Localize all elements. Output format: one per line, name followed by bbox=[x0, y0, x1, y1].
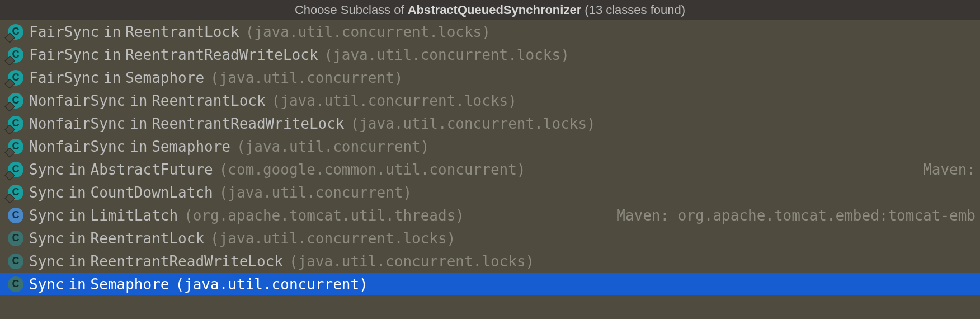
class-list-item[interactable]: CNonfairSyncinReentrantReadWriteLock(jav… bbox=[0, 112, 980, 135]
in-keyword: in bbox=[130, 92, 147, 109]
class-list-item[interactable]: CFairSyncinReentrantLock(java.util.concu… bbox=[0, 20, 980, 43]
enclosing-class: ReentrantReadWriteLock bbox=[91, 253, 283, 270]
enclosing-class: Semaphore bbox=[152, 138, 230, 155]
class-icon: C bbox=[8, 162, 23, 177]
class-label: SyncinReentrantReadWriteLock(java.util.c… bbox=[29, 253, 534, 270]
class-label: SyncinCountDownLatch(java.util.concurren… bbox=[29, 184, 412, 201]
in-keyword: in bbox=[68, 230, 86, 247]
enclosing-class: AbstractFuture bbox=[91, 161, 213, 178]
source-location: Maven: bbox=[912, 161, 976, 178]
class-list-item[interactable]: CSyncinCountDownLatch(java.util.concurre… bbox=[0, 181, 980, 204]
class-list-item[interactable]: CSyncinReentrantReadWriteLock(java.util.… bbox=[0, 250, 980, 273]
class-name: FairSync bbox=[29, 46, 99, 63]
enclosing-class: CountDownLatch bbox=[91, 184, 213, 201]
class-label: NonfairSyncinSemaphore(java.util.concurr… bbox=[29, 138, 429, 155]
class-label: SyncinLimitLatch(org.apache.tomcat.util.… bbox=[29, 207, 464, 224]
in-keyword: in bbox=[103, 46, 121, 63]
class-icon: C bbox=[8, 70, 23, 86]
in-keyword: in bbox=[103, 24, 121, 40]
in-keyword: in bbox=[130, 138, 147, 155]
class-name: Sync bbox=[29, 230, 64, 247]
package-name: (java.util.concurrent.locks) bbox=[324, 46, 569, 63]
class-icon: C bbox=[8, 93, 23, 109]
class-icon: C bbox=[8, 208, 23, 223]
class-icon: C bbox=[8, 185, 23, 200]
class-name: FairSync bbox=[29, 24, 99, 40]
class-list[interactable]: CFairSyncinReentrantLock(java.util.concu… bbox=[0, 20, 980, 295]
class-label: NonfairSyncinReentrantReadWriteLock(java… bbox=[29, 115, 596, 132]
class-list-item[interactable]: CFairSyncinSemaphore(java.util.concurren… bbox=[0, 66, 980, 89]
title-class-name: AbstractQueuedSynchronizer bbox=[408, 3, 582, 17]
enclosing-class: ReentrantLock bbox=[91, 230, 205, 247]
class-list-item[interactable]: CNonfairSyncinReentrantLock(java.util.co… bbox=[0, 89, 980, 112]
class-label: SyncinSemaphore(java.util.concurrent) bbox=[29, 276, 368, 293]
in-keyword: in bbox=[103, 69, 121, 86]
class-label: FairSyncinReentrantReadWriteLock(java.ut… bbox=[29, 46, 569, 63]
class-name: Sync bbox=[29, 161, 64, 178]
class-icon: C bbox=[8, 276, 23, 292]
package-name: (java.util.concurrent.locks) bbox=[350, 115, 595, 132]
dialog-title: Choose Subclass of AbstractQueuedSynchro… bbox=[0, 0, 980, 20]
class-list-item[interactable]: CSyncinLimitLatch(org.apache.tomcat.util… bbox=[0, 204, 980, 227]
in-keyword: in bbox=[130, 115, 147, 132]
enclosing-class: Semaphore bbox=[91, 276, 169, 293]
class-list-item[interactable]: CNonfairSyncinSemaphore(java.util.concur… bbox=[0, 135, 980, 158]
class-label: NonfairSyncinReentrantLock(java.util.con… bbox=[29, 92, 517, 109]
class-icon: C bbox=[8, 24, 23, 40]
class-list-item[interactable]: CSyncinAbstractFuture(com.google.common.… bbox=[0, 158, 980, 181]
package-name: (com.google.common.util.concurrent) bbox=[219, 161, 526, 178]
package-name: (java.util.concurrent.locks) bbox=[210, 230, 455, 247]
class-name: Sync bbox=[29, 207, 64, 224]
package-name: (java.util.concurrent.locks) bbox=[272, 92, 517, 109]
source-location: Maven: org.apache.tomcat.embed:tomcat-em… bbox=[605, 207, 976, 224]
class-list-item[interactable]: CSyncinReentrantLock(java.util.concurren… bbox=[0, 227, 980, 250]
class-icon: C bbox=[8, 254, 23, 269]
class-icon: C bbox=[8, 231, 23, 246]
package-name: (java.util.concurrent) bbox=[175, 276, 368, 293]
class-list-item[interactable]: CSyncinSemaphore(java.util.concurrent) bbox=[0, 273, 980, 295]
in-keyword: in bbox=[68, 184, 86, 201]
class-icon: C bbox=[8, 116, 23, 132]
enclosing-class: ReentrantReadWriteLock bbox=[125, 46, 318, 63]
in-keyword: in bbox=[68, 161, 86, 178]
package-name: (org.apache.tomcat.util.threads) bbox=[184, 207, 464, 224]
class-name: Sync bbox=[29, 253, 64, 270]
class-name: NonfairSync bbox=[29, 138, 125, 155]
class-list-item[interactable]: CFairSyncinReentrantReadWriteLock(java.u… bbox=[0, 43, 980, 66]
in-keyword: in bbox=[68, 207, 86, 224]
class-icon: C bbox=[8, 47, 23, 63]
in-keyword: in bbox=[68, 276, 86, 293]
class-name: Sync bbox=[29, 276, 64, 293]
package-name: (java.util.concurrent.locks) bbox=[289, 253, 534, 270]
class-name: NonfairSync bbox=[29, 92, 125, 109]
package-name: (java.util.concurrent) bbox=[219, 184, 412, 201]
class-name: Sync bbox=[29, 184, 64, 201]
title-prefix: Choose Subclass of bbox=[295, 3, 408, 17]
title-suffix: (13 classes found) bbox=[581, 3, 685, 17]
package-name: (java.util.concurrent) bbox=[237, 138, 429, 155]
package-name: (java.util.concurrent) bbox=[210, 69, 403, 86]
enclosing-class: Semaphore bbox=[125, 69, 204, 86]
class-label: SyncinAbstractFuture(com.google.common.u… bbox=[29, 161, 526, 178]
class-name: FairSync bbox=[29, 69, 99, 86]
class-label: FairSyncinSemaphore(java.util.concurrent… bbox=[29, 69, 403, 86]
class-icon: C bbox=[8, 139, 23, 154]
class-label: FairSyncinReentrantLock(java.util.concur… bbox=[29, 24, 491, 40]
enclosing-class: ReentrantLock bbox=[152, 92, 266, 109]
enclosing-class: ReentrantLock bbox=[125, 24, 239, 40]
enclosing-class: ReentrantReadWriteLock bbox=[152, 115, 344, 132]
package-name: (java.util.concurrent.locks) bbox=[246, 24, 491, 40]
class-label: SyncinReentrantLock(java.util.concurrent… bbox=[29, 230, 455, 247]
class-name: NonfairSync bbox=[29, 115, 125, 132]
enclosing-class: LimitLatch bbox=[91, 207, 178, 224]
in-keyword: in bbox=[68, 253, 86, 270]
